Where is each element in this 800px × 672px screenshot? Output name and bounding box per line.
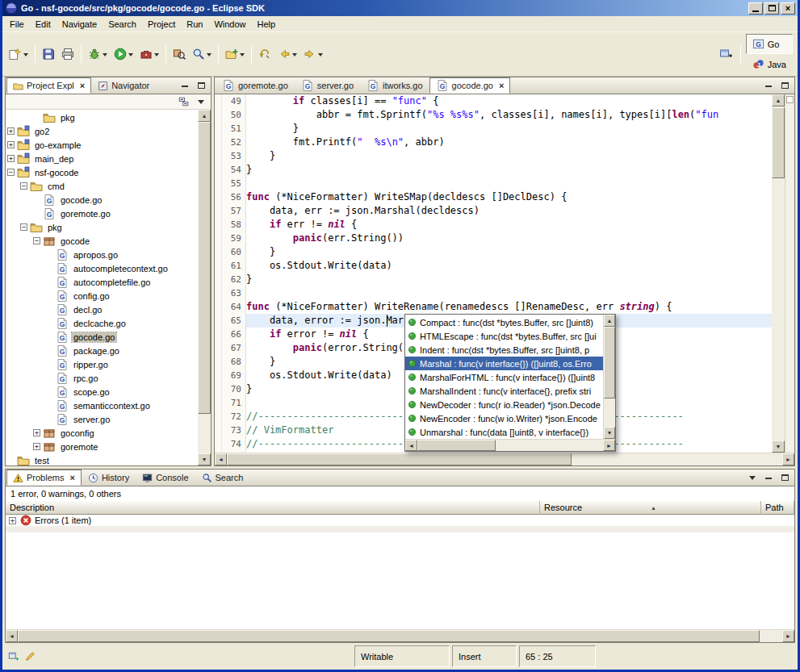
- completion-item[interactable]: NewDecoder : func(r io.Reader) *json.Dec…: [405, 398, 603, 411]
- minimize-editor-button[interactable]: [762, 80, 775, 91]
- tab-search[interactable]: Search: [195, 470, 250, 486]
- tree-item-nsf-gocode[interactable]: −nsf-gocode: [6, 165, 198, 179]
- tree-item-gocode-go[interactable]: Ggocode.go: [6, 193, 198, 207]
- scroll-up-icon[interactable]: ▲: [198, 110, 211, 122]
- scroll-right-icon[interactable]: ►: [782, 453, 794, 465]
- tab-server-go[interactable]: Gserver.go: [295, 77, 360, 94]
- tree-item-goremote-go[interactable]: Ggoremote.go: [6, 207, 198, 220]
- column-resource[interactable]: Resource▲: [540, 501, 761, 515]
- tree-item-goremote[interactable]: +goremote: [6, 440, 198, 453]
- popup-vscroll-thumb[interactable]: [604, 327, 615, 399]
- tree-item-pkg[interactable]: pkg: [6, 111, 198, 124]
- popup-hscroll-track[interactable]: [417, 440, 603, 451]
- code-line-51[interactable]: }: [246, 122, 772, 136]
- completion-item[interactable]: Unmarshal : func(data []uint8, v interfa…: [405, 425, 603, 439]
- perspective-go[interactable]: GGo: [746, 34, 793, 54]
- close-icon[interactable]: ×: [499, 81, 504, 90]
- completion-item[interactable]: MarshalIndent : func(v interface{}, pref…: [405, 384, 603, 398]
- dropdown-arrow-icon[interactable]: [207, 53, 212, 59]
- tab-goremote-go[interactable]: Ggoremote.go: [216, 77, 295, 94]
- overview-ruler[interactable]: [785, 94, 794, 453]
- perspective-java[interactable]: JJava: [746, 54, 793, 74]
- collapse-icon[interactable]: −: [33, 237, 40, 244]
- menu-project[interactable]: Project: [142, 18, 181, 31]
- tree-item-autocompletecontext-go[interactable]: Gautocompletecontext.go: [6, 261, 198, 275]
- back-button[interactable]: [274, 44, 300, 65]
- scroll-left-icon[interactable]: ◄: [405, 440, 417, 451]
- collapse-all-button[interactable]: [178, 96, 191, 107]
- code-line-58[interactable]: if err != nil {: [246, 218, 772, 232]
- tree-item-decl-go[interactable]: Gdecl.go: [6, 303, 198, 316]
- completion-item[interactable]: Marshal : func(v interface{}) ([]uint8, …: [405, 357, 603, 370]
- problems-row-errors-1-item[interactable]: +Errors (1 item): [6, 515, 794, 527]
- dropdown-arrow-icon[interactable]: [103, 53, 107, 59]
- tree-item-server-go[interactable]: Gserver.go: [6, 412, 198, 426]
- popup-vscroll-track[interactable]: [604, 327, 615, 427]
- tree-item-apropos-go[interactable]: Gapropos.go: [6, 248, 198, 261]
- maximize-view-button[interactable]: [195, 80, 207, 91]
- tree-item-go2[interactable]: +go2: [6, 124, 198, 138]
- tree-item-config-go[interactable]: Gconfig.go: [6, 289, 198, 303]
- minimize-button[interactable]: [748, 2, 763, 15]
- tree-item-gocode[interactable]: −gocode: [6, 234, 198, 248]
- minimize-view-button[interactable]: [178, 80, 191, 91]
- fast-view-button[interactable]: [7, 651, 20, 662]
- annotation-ruler[interactable]: [215, 94, 222, 453]
- completion-item[interactable]: Compact : func(dst *bytes.Buffer, src []…: [405, 315, 603, 329]
- scroll-right-icon[interactable]: ►: [603, 440, 615, 451]
- completion-item[interactable]: NewEncoder : func(w io.Writer) *json.Enc…: [405, 411, 603, 425]
- expand-icon[interactable]: +: [33, 429, 40, 436]
- popup-vscrollbar[interactable]: ▲ ▼: [603, 315, 615, 439]
- new-wizard-button[interactable]: [5, 44, 31, 65]
- collapse-icon[interactable]: −: [7, 169, 15, 176]
- collapse-icon[interactable]: −: [20, 223, 27, 231]
- tab-history[interactable]: History: [82, 470, 136, 486]
- scroll-down-icon[interactable]: ▼: [772, 440, 785, 453]
- menu-edit[interactable]: Edit: [30, 18, 57, 31]
- editor-vscroll-track[interactable]: [772, 106, 785, 440]
- code-line-52[interactable]: fmt.Printf(" %s\n", abbr): [246, 136, 772, 149]
- code-line-54[interactable]: }: [246, 163, 772, 177]
- editor-vscrollbar[interactable]: ▲ ▼: [772, 94, 785, 453]
- code-line-64[interactable]: func (*NiceFormatter) WriteRename(rename…: [246, 300, 772, 314]
- code-line-62[interactable]: }: [246, 273, 772, 286]
- tree-item-autocompletefile-go[interactable]: Gautocompletefile.go: [6, 275, 198, 289]
- tree-item-goconfig[interactable]: +goconfig: [6, 426, 198, 440]
- tree-item-main-dep[interactable]: +main_dep: [6, 152, 198, 165]
- menu-help[interactable]: Help: [252, 18, 282, 31]
- problems-hscroll-thumb[interactable]: [18, 630, 760, 642]
- collapse-icon[interactable]: −: [20, 182, 27, 190]
- menu-navigate[interactable]: Navigate: [57, 18, 103, 31]
- code-line-55[interactable]: [246, 177, 772, 190]
- dropdown-arrow-icon[interactable]: [154, 53, 159, 59]
- scroll-left-icon[interactable]: ◄: [6, 630, 18, 642]
- tree-item-ripper-go[interactable]: Gripper.go: [6, 357, 198, 371]
- tree-item-go-example[interactable]: +go-example: [6, 138, 198, 152]
- dropdown-arrow-icon[interactable]: [240, 53, 245, 59]
- debug-button[interactable]: [85, 44, 111, 65]
- forward-button[interactable]: [300, 44, 326, 65]
- tab-gocode-go[interactable]: Ggocode.go×: [429, 77, 511, 94]
- external-tools-button[interactable]: [136, 44, 162, 65]
- code-line-53[interactable]: }: [246, 149, 772, 163]
- tree-item-cmd[interactable]: −cmd: [6, 179, 198, 193]
- new-project-button[interactable]: [222, 44, 248, 65]
- view-menu-button[interactable]: [195, 96, 207, 107]
- tree-item-rpc-go[interactable]: Grpc.go: [6, 371, 198, 385]
- tab-console[interactable]: Console: [136, 470, 195, 486]
- expand-icon[interactable]: +: [7, 155, 15, 162]
- menu-run[interactable]: Run: [181, 18, 208, 31]
- tree-scroll-track[interactable]: [198, 122, 211, 453]
- close-button[interactable]: ×: [781, 2, 795, 15]
- tab-problems[interactable]: Problems×: [6, 470, 82, 486]
- code-line-49[interactable]: if classes[i] == "func" {: [246, 94, 772, 108]
- code-line-59[interactable]: panic(err.String()): [246, 232, 772, 245]
- scroll-down-icon[interactable]: ▼: [604, 427, 615, 439]
- code-line-50[interactable]: abbr = fmt.Sprintf("%s %s%s", classes[i]…: [246, 108, 772, 122]
- dropdown-arrow-icon[interactable]: [23, 53, 28, 59]
- tree-item-semanticcontext-go[interactable]: Gsemanticcontext.go: [6, 399, 198, 412]
- tree-item-pkg[interactable]: −pkg: [6, 220, 198, 234]
- tree-item-test[interactable]: test: [6, 453, 198, 465]
- scroll-up-icon[interactable]: ▲: [772, 94, 785, 106]
- close-icon[interactable]: ×: [69, 473, 74, 482]
